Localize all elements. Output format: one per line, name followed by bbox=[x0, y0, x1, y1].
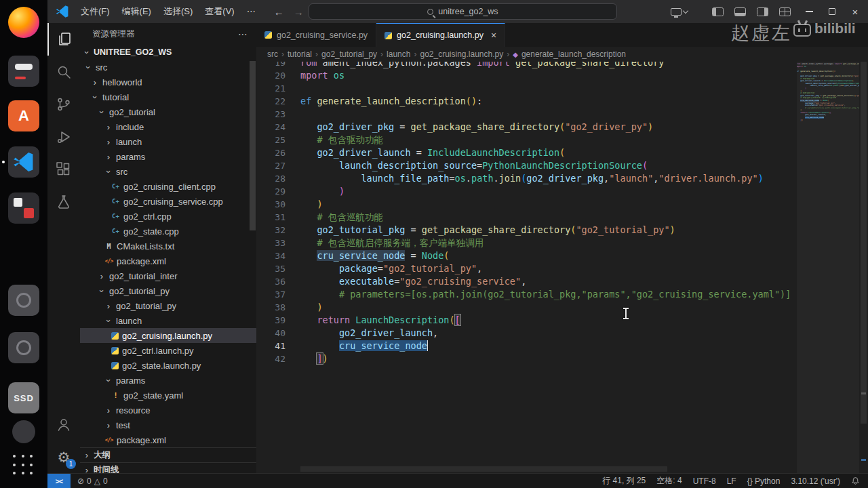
tree-item[interactable]: ›params bbox=[80, 373, 256, 388]
toggle-sidebar-icon[interactable] bbox=[712, 7, 724, 16]
tree-item[interactable]: ›go2_tutorial_inter bbox=[80, 268, 256, 283]
back-icon[interactable]: ← bbox=[274, 6, 284, 18]
code-line bbox=[300, 82, 797, 95]
tree-item[interactable]: ›go2_tutorial_py bbox=[80, 298, 256, 313]
breadcrumb-item[interactable]: go2_tutorial_py bbox=[321, 49, 377, 59]
sidebar-scrollbar[interactable] bbox=[250, 61, 256, 230]
breadcrumb-item[interactable]: tutorial bbox=[288, 49, 312, 59]
command-center-search[interactable]: unitree_go2_ws bbox=[309, 3, 617, 20]
tree-item[interactable]: go2_ctrl.launch.py bbox=[80, 343, 256, 358]
tree-item[interactable]: ›include bbox=[80, 119, 256, 134]
code-token: IncludeLaunchDescription bbox=[427, 147, 559, 158]
editor[interactable]: 1920212223242526272829303132333435363738… bbox=[256, 62, 868, 473]
sidebar-section-大纲[interactable]: ›大纲 bbox=[80, 447, 256, 462]
tree-item[interactable]: C+go2_ctrl.cpp bbox=[80, 209, 256, 224]
menu-item[interactable]: 文件(F) bbox=[75, 3, 116, 20]
tree-item[interactable]: MCMakeLists.txt bbox=[80, 239, 256, 253]
breadcrumb-item[interactable]: launch bbox=[387, 49, 410, 59]
tree-item[interactable]: ›launch bbox=[80, 134, 256, 149]
status-item[interactable]: {} Python bbox=[747, 476, 781, 486]
menu-item[interactable]: 选择(S) bbox=[157, 3, 199, 20]
tree-item-label: include bbox=[116, 122, 144, 132]
activitybar-settings[interactable]: ⚙1 bbox=[47, 441, 80, 473]
dock-app-ssd[interactable]: SSD bbox=[8, 382, 39, 413]
breadcrumb-item[interactable]: generate_launch_description bbox=[521, 49, 626, 59]
dock-app-gray-app-3[interactable] bbox=[8, 420, 39, 445]
workspace-root-row[interactable]: › UNITREE_GO2_WS bbox=[80, 45, 256, 60]
tree-item[interactable]: ›params bbox=[80, 149, 256, 164]
maximize-button[interactable] bbox=[823, 3, 841, 20]
status-item[interactable]: 3.10.12 ('usr') bbox=[791, 476, 840, 486]
tree-item[interactable]: C+go2_state.cpp bbox=[80, 224, 256, 239]
more-actions-icon[interactable]: ⋯ bbox=[238, 28, 248, 39]
tree-item[interactable]: ›resource bbox=[80, 403, 256, 418]
tree-item[interactable]: C+go2_cruising_client.cpp bbox=[80, 179, 256, 194]
toggle-panel-icon[interactable] bbox=[734, 7, 746, 16]
activitybar-search[interactable] bbox=[47, 56, 80, 88]
menu-item[interactable]: 查看(V) bbox=[199, 3, 240, 20]
editor-tab[interactable]: go2_cruising_service.py bbox=[256, 23, 376, 47]
display-switch-icon[interactable] bbox=[671, 8, 688, 16]
tree-item[interactable]: ›src bbox=[80, 60, 256, 75]
activitybar-source-control[interactable] bbox=[47, 88, 80, 121]
tree-item[interactable]: C+go2_cruising_service.cpp bbox=[80, 194, 256, 209]
tree-item[interactable]: </>package.xml bbox=[80, 253, 256, 268]
menu-item[interactable]: ⋯ bbox=[241, 3, 262, 20]
tree-item[interactable]: ›helloworld bbox=[80, 75, 256, 89]
editor-tab[interactable]: go2_cruising.launch.py× bbox=[376, 23, 505, 47]
breadcrumb-item[interactable]: src bbox=[267, 49, 278, 59]
code-token: = bbox=[405, 250, 421, 261]
overview-ruler-occurrence-mark bbox=[861, 392, 866, 394]
tree-item-label: go2_cruising_service.cpp bbox=[123, 197, 223, 207]
notifications-bell-icon[interactable] bbox=[851, 476, 860, 485]
tree-item[interactable]: ›launch bbox=[80, 313, 256, 328]
sidebar-section-时间线[interactable]: ›时间线 bbox=[80, 462, 256, 473]
minimap-slider[interactable] bbox=[797, 62, 859, 473]
dock-app-media-app[interactable] bbox=[8, 192, 39, 224]
tree-item[interactable]: ›test bbox=[80, 418, 256, 432]
scrollbar-thumb[interactable] bbox=[861, 62, 867, 424]
minimize-button[interactable] bbox=[800, 3, 818, 20]
breadcrumb-item[interactable]: go2_cruising.launch.py bbox=[420, 49, 503, 59]
status-right: 行 41, 列 25空格: 4UTF-8LF{} Python3.10.12 (… bbox=[602, 475, 868, 487]
minimap[interactable]: rom ament_index_python.packages import g… bbox=[797, 62, 859, 473]
horizontal-scrollbar[interactable] bbox=[300, 466, 667, 472]
remote-indicator[interactable]: >< bbox=[47, 474, 71, 488]
activitybar-extensions[interactable] bbox=[47, 153, 80, 186]
status-item[interactable]: 行 41, 列 25 bbox=[602, 475, 646, 487]
close-tab-icon[interactable]: × bbox=[491, 30, 496, 41]
activitybar-explorer[interactable] bbox=[47, 23, 80, 56]
dock-app-dark-app[interactable] bbox=[8, 56, 39, 87]
tree-item[interactable]: go2_cruising.launch.py bbox=[80, 328, 256, 343]
status-item[interactable]: UTF-8 bbox=[693, 476, 716, 486]
status-item[interactable]: 空格: 4 bbox=[656, 475, 682, 487]
forward-icon[interactable]: → bbox=[294, 6, 304, 18]
menu-item[interactable]: 编辑(E) bbox=[116, 3, 157, 20]
editor-scrollbar[interactable] bbox=[859, 62, 868, 473]
tree-item[interactable]: go2_state.launch.py bbox=[80, 358, 256, 373]
dock-app-app-grid[interactable] bbox=[8, 450, 39, 481]
tree-item[interactable]: !go2_state.yaml bbox=[80, 388, 256, 403]
toggle-secondary-sidebar-icon[interactable] bbox=[757, 7, 768, 16]
activitybar-run-debug[interactable] bbox=[47, 121, 80, 153]
tree-item-label: launch bbox=[116, 316, 142, 326]
activitybar-account[interactable] bbox=[47, 408, 80, 441]
close-window-button[interactable]: × bbox=[846, 3, 864, 20]
problems-status[interactable]: ⊘ 0 △ 0 bbox=[77, 476, 108, 486]
status-item[interactable]: LF bbox=[727, 476, 736, 486]
code-content[interactable]: rom ament_index_python.packages import g… bbox=[300, 62, 797, 468]
tree-item[interactable]: </>package.xml bbox=[80, 432, 256, 447]
dock-app-firefox[interactable] bbox=[8, 7, 39, 38]
dock-app-gray-app-1[interactable] bbox=[8, 285, 39, 316]
activitybar-testing[interactable] bbox=[47, 186, 80, 218]
tree-item[interactable]: ›go2_tutorial_py bbox=[80, 283, 256, 298]
dock-app-software[interactable]: A bbox=[8, 100, 39, 131]
tree-item[interactable]: ›tutorial bbox=[80, 89, 256, 104]
dock-app-vscode[interactable] bbox=[8, 146, 39, 178]
dock-app-gray-app-2[interactable] bbox=[8, 332, 39, 363]
tree-item-label: go2_ctrl.launch.py bbox=[122, 346, 194, 356]
tree-item[interactable]: ›src bbox=[80, 164, 256, 179]
customize-layout-icon[interactable] bbox=[779, 7, 791, 16]
tree-item[interactable]: ›go2_tutorial bbox=[80, 104, 256, 119]
sidebar-header: 资源管理器 ⋯ bbox=[80, 23, 256, 45]
